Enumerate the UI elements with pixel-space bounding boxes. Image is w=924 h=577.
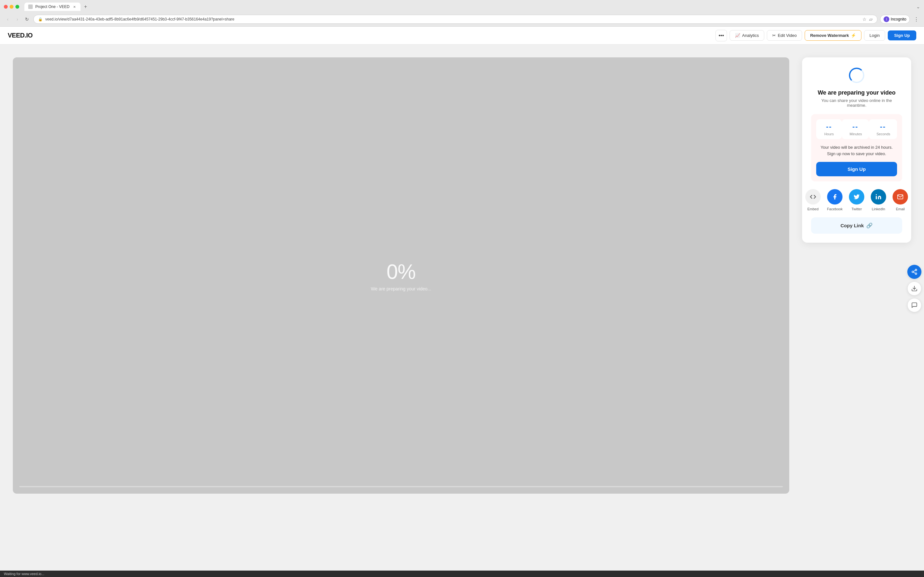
- status-text: Waiting for www.veed.io...: [4, 572, 44, 576]
- split-view-icon[interactable]: ▱: [869, 17, 873, 22]
- forward-button[interactable]: ›: [13, 15, 21, 23]
- lock-icon: 🔒: [38, 17, 43, 21]
- seconds-value: --: [877, 122, 889, 131]
- browser-titlebar: Project One - VEED ✕ + ⌄: [0, 0, 924, 13]
- progress-percent: 0%: [387, 260, 416, 284]
- download-fab-button[interactable]: [907, 282, 921, 295]
- remove-watermark-button[interactable]: Remove Watermark ⚡: [804, 30, 861, 41]
- hours-box: -- Hours: [816, 119, 842, 139]
- back-button[interactable]: ‹: [4, 15, 11, 23]
- linkedin-label: LinkedIn: [872, 207, 885, 211]
- video-player: 0% We are preparing your video...: [13, 57, 789, 494]
- twitter-icon: [849, 189, 864, 205]
- twitter-label: Twitter: [851, 207, 862, 211]
- share-panel: We are preparing your video You can shar…: [802, 57, 911, 243]
- minutes-label: Minutes: [850, 132, 861, 136]
- edit-icon: ✂: [772, 33, 776, 38]
- tab-bar: Project One - VEED ✕ +: [24, 3, 914, 11]
- analytics-label: Analytics: [742, 33, 759, 38]
- svg-line-4: [913, 272, 915, 273]
- more-options-button[interactable]: •••: [716, 30, 727, 41]
- progress-bar-container: [19, 486, 783, 487]
- app-header: VEED.IO ••• 📈 Analytics ✂ Edit Video Rem…: [0, 27, 924, 45]
- header-actions: ••• 📈 Analytics ✂ Edit Video Remove Wate…: [716, 30, 916, 41]
- timer-section: -- Hours -- Minutes -- Seconds Your vide…: [811, 114, 902, 181]
- email-label: Email: [896, 207, 905, 211]
- tab-title: Project One - VEED: [35, 5, 69, 9]
- browser-more-button[interactable]: ⋮: [913, 15, 920, 24]
- timer-boxes: -- Hours -- Minutes -- Seconds: [816, 119, 897, 139]
- login-button[interactable]: Login: [864, 30, 885, 41]
- linkedin-button[interactable]: LinkedIn: [871, 189, 886, 211]
- analytics-chart-icon: 📈: [735, 33, 740, 38]
- embed-icon: [805, 189, 821, 205]
- progress-bar: [19, 486, 783, 487]
- profile-avatar: I: [884, 16, 889, 22]
- analytics-button[interactable]: 📈 Analytics: [730, 30, 764, 41]
- address-input[interactable]: 🔒 veed.io/view/d7aa4431-240a-43eb-adf5-8…: [33, 15, 877, 24]
- lightning-icon: ⚡: [851, 33, 856, 38]
- maximize-window-button[interactable]: [15, 5, 19, 9]
- signup-panel-button[interactable]: Sign Up: [816, 162, 897, 176]
- seconds-box: -- Seconds: [869, 119, 897, 139]
- close-window-button[interactable]: [4, 5, 8, 9]
- signup-header-button[interactable]: Sign Up: [888, 31, 916, 40]
- bookmark-icon[interactable]: ☆: [863, 17, 867, 22]
- embed-label: Embed: [807, 207, 819, 211]
- minutes-value: --: [850, 122, 861, 131]
- copy-link-button[interactable]: Copy Link 🔗: [811, 218, 902, 234]
- link-icon: 🔗: [866, 222, 873, 229]
- address-text: veed.io/view/d7aa4431-240a-43eb-adf5-8b9…: [45, 17, 860, 21]
- svg-line-5: [913, 270, 915, 271]
- preparing-text: We are preparing your video...: [371, 286, 431, 292]
- nav-buttons: ‹ › ↻: [4, 15, 31, 23]
- tab-favicon: [28, 5, 33, 9]
- reload-button[interactable]: ↻: [23, 15, 31, 23]
- comment-fab-button[interactable]: [907, 298, 921, 312]
- traffic-lights: [4, 5, 19, 9]
- minimize-window-button[interactable]: [10, 5, 13, 9]
- share-fab-button[interactable]: [907, 265, 921, 279]
- panel-subtitle: You can share your video online in the m…: [811, 98, 902, 108]
- svg-point-0: [876, 194, 877, 195]
- signup-panel-label: Sign Up: [848, 166, 866, 172]
- spinner-container: [811, 68, 902, 83]
- facebook-icon: [827, 189, 843, 205]
- social-icons: Embed Facebook T: [811, 189, 902, 211]
- signup-header-label: Sign Up: [894, 33, 910, 38]
- expand-button[interactable]: ⌄: [916, 4, 920, 9]
- archive-notice: Your video will be archived in 24 hours.…: [816, 144, 897, 157]
- logo[interactable]: VEED.IO: [8, 32, 33, 39]
- browser-chrome: Project One - VEED ✕ + ⌄ ‹ › ↻ 🔒 veed.io…: [0, 0, 924, 27]
- main-content: 0% We are preparing your video... We are…: [0, 45, 924, 571]
- edit-video-button[interactable]: ✂ Edit Video: [767, 30, 802, 41]
- profile-button[interactable]: I Incognito: [880, 15, 910, 24]
- tab-close-button[interactable]: ✕: [72, 5, 77, 9]
- new-tab-button[interactable]: +: [82, 3, 89, 11]
- edit-video-label: Edit Video: [778, 33, 796, 38]
- linkedin-icon: [871, 189, 886, 205]
- status-bar: Waiting for www.veed.io...: [0, 571, 924, 577]
- active-tab[interactable]: Project One - VEED ✕: [24, 3, 81, 11]
- twitter-button[interactable]: Twitter: [849, 189, 864, 211]
- seconds-label: Seconds: [877, 132, 889, 136]
- floating-actions: [905, 262, 924, 315]
- hours-label: Hours: [824, 132, 834, 136]
- facebook-button[interactable]: Facebook: [827, 189, 843, 211]
- facebook-label: Facebook: [827, 207, 843, 211]
- profile-label: Incognito: [891, 17, 906, 21]
- more-dots-icon: •••: [719, 33, 724, 39]
- email-button[interactable]: Email: [893, 189, 908, 211]
- panel-title: We are preparing your video: [811, 89, 902, 96]
- minutes-box: -- Minutes: [842, 119, 869, 139]
- hours-value: --: [824, 122, 834, 131]
- login-label: Login: [869, 33, 880, 38]
- embed-button[interactable]: Embed: [805, 189, 821, 211]
- remove-watermark-label: Remove Watermark: [810, 33, 849, 38]
- social-section: Embed Facebook T: [811, 189, 902, 211]
- loading-spinner: [849, 68, 864, 83]
- email-icon: [893, 189, 908, 205]
- copy-link-label: Copy Link: [841, 223, 864, 228]
- address-bar: ‹ › ↻ 🔒 veed.io/view/d7aa4431-240a-43eb-…: [0, 13, 924, 26]
